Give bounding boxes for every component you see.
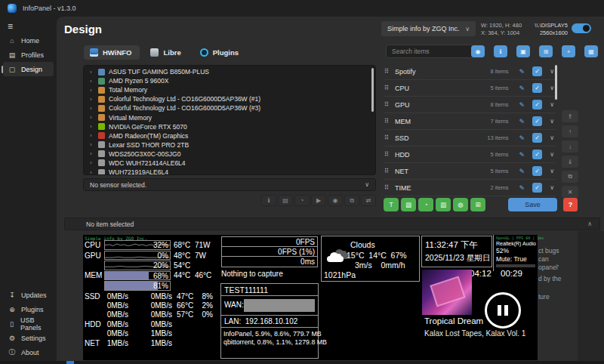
drag-handle-icon[interactable]: ⠿ (384, 134, 395, 141)
add-clock-button[interactable]: ◔ (418, 198, 433, 211)
move-top-button[interactable]: ⇑ (562, 110, 578, 122)
chevron-down-icon[interactable]: ∨ (550, 134, 554, 141)
group-checkbox[interactable]: ✓ (532, 183, 542, 193)
move-up-button[interactable]: ↑ (562, 125, 578, 137)
selection-status-bar[interactable]: No item selected ∧ (64, 217, 600, 230)
sensor-select-dropdown[interactable]: No sensor selected. ∨ (83, 178, 376, 191)
save-button[interactable]: Save (508, 198, 557, 211)
group-checkbox[interactable]: ✓ (532, 83, 542, 93)
chevron-down-icon[interactable]: ∨ (550, 68, 554, 75)
expand-chevron-icon[interactable]: › (90, 96, 94, 103)
group-checkbox[interactable]: ✓ (532, 66, 542, 76)
edit-icon[interactable]: ✎ (519, 134, 525, 142)
expand-chevron-icon[interactable]: › (90, 150, 94, 157)
item-group-row[interactable]: ⠿ MEM 7 items ✎ ✓ ∨ (384, 113, 556, 130)
collapse-chevron-icon[interactable]: ∧ (587, 221, 592, 227)
drag-handle-icon[interactable]: ⠿ (384, 118, 395, 125)
sensor-tree-item[interactable]: › Lexar SSD THOR PRO 2TB (84, 140, 375, 150)
chevron-down-icon[interactable]: ∨ (550, 184, 554, 191)
edit-icon[interactable]: ✎ (519, 168, 525, 175)
sensor-tree-item[interactable]: › AMD Ryzen 5 9600X (84, 76, 375, 85)
add-bar-button[interactable]: ▥ (436, 198, 451, 211)
tab-plugins[interactable]: Plugins (194, 45, 247, 60)
group-checkbox[interactable]: ✓ (532, 133, 542, 143)
swap-button[interactable]: ⇄ (361, 195, 376, 206)
item-group-row[interactable]: ⠿ GPU 8 items ✎ ✓ ∨ (384, 97, 556, 113)
expand-chevron-icon[interactable]: › (90, 132, 94, 139)
sensor-tree-item[interactable]: › AMD Radeon(TM) Graphics (84, 131, 375, 140)
image-button[interactable]: ▣ (516, 45, 530, 57)
add-panel-button[interactable]: ⊞ (539, 45, 553, 57)
delete-button[interactable]: ✕ (562, 186, 578, 198)
item-group-row[interactable]: ⠿ TIME 2 items ✎ ✓ ∨ (384, 180, 556, 196)
clock-button[interactable]: ◔ (294, 195, 310, 206)
duplicate-button[interactable]: ⧉ (562, 171, 578, 183)
move-bottom-button[interactable]: ⇓ (562, 156, 578, 168)
expand-chevron-icon[interactable]: › (90, 159, 94, 166)
sensor-tree-item[interactable]: › ASUS TUF GAMING B850M-PLUS (84, 67, 375, 76)
item-group-row[interactable]: ⠿ Spotify 8 items ✎ ✓ ∨ (384, 63, 556, 80)
tree-scrollbar[interactable] (371, 68, 374, 112)
play-button[interactable]: ▶ (311, 195, 326, 206)
tab-libre[interactable]: Libre (144, 45, 189, 60)
add-gauge-button[interactable]: ◍ (453, 198, 468, 211)
edit-icon[interactable]: ✎ (519, 101, 525, 109)
edit-icon[interactable]: ✎ (519, 184, 525, 192)
expand-chevron-icon[interactable]: › (90, 123, 94, 130)
group-checkbox[interactable]: ✓ (532, 166, 542, 176)
group-checkbox[interactable]: ✓ (532, 100, 542, 110)
sidebar-item-about[interactable]: ⓘ About (3, 345, 54, 359)
sensor-tree-item[interactable]: › Virtual Memory (84, 113, 375, 122)
drag-handle-icon[interactable]: ⠿ (384, 151, 395, 158)
sensor-tree-item[interactable]: › WUH721919ALE6L4 (84, 168, 375, 175)
group-list-scrollbar[interactable] (555, 65, 557, 100)
move-down-button[interactable]: ↓ (562, 140, 578, 153)
info-button[interactable]: ℹ (261, 195, 276, 206)
sidebar-item-plugins[interactable]: ⊕ Plugins (3, 302, 54, 316)
expand-chevron-icon[interactable]: › (90, 169, 94, 175)
drag-handle-icon[interactable]: ⠿ (384, 101, 395, 108)
sensor-tree-item[interactable]: › WDC WUH721414ALE6L4 (84, 159, 375, 168)
display-toggle[interactable] (572, 23, 591, 33)
edit-icon[interactable]: ✎ (519, 85, 525, 92)
expand-chevron-icon[interactable]: › (90, 114, 94, 121)
expand-chevron-icon[interactable]: › (90, 105, 94, 112)
expand-chevron-icon[interactable]: › (90, 141, 94, 148)
sensor-tree-item[interactable]: › Total Memory (84, 85, 375, 94)
sensor-tree-item[interactable]: › Colorful Technology Ltd - CO16G6000D5A… (84, 94, 375, 103)
item-group-row[interactable]: ⠿ CPU 5 items ✎ ✓ ∨ (384, 80, 556, 97)
expand-chevron-icon[interactable]: › (90, 69, 94, 76)
menu-toggle-button[interactable]: ≡ (8, 21, 13, 32)
add-text-button[interactable]: T (384, 198, 399, 211)
sidebar-item-usb-panels[interactable]: ▯ USB Panels (3, 316, 54, 331)
info-button[interactable]: ℹ (494, 45, 507, 57)
tab-hwinfo[interactable]: HWiNFO (84, 45, 140, 60)
chart-button[interactable]: ▤ (278, 195, 293, 206)
group-checkbox[interactable]: ✓ (532, 150, 542, 159)
search-input[interactable] (386, 45, 473, 58)
sensor-tree-item[interactable]: › NVIDIA GeForce RTX 5070 (84, 122, 375, 131)
expand-chevron-icon[interactable]: › (90, 78, 94, 85)
edit-icon[interactable]: ✎ (519, 118, 525, 125)
sidebar-item-updates[interactable]: ↧ Updates (3, 288, 54, 302)
chevron-down-icon[interactable]: ∨ (550, 168, 554, 174)
sensor-tree-item[interactable]: › Colorful Technology Ltd - CO16G6000D5A… (84, 103, 375, 113)
target-button[interactable]: ◉ (328, 195, 343, 206)
expand-chevron-icon[interactable]: › (90, 87, 94, 94)
add-image-button[interactable]: ▨ (401, 198, 416, 211)
move-button[interactable]: + (562, 45, 575, 57)
sidebar-item-home[interactable]: ⌂ Home (3, 33, 54, 48)
display-button[interactable]: ◉ (471, 45, 485, 57)
profile-select-dropdown[interactable]: Simple info by ZGQ Inc. ∨ (381, 21, 476, 36)
edit-icon[interactable]: ✎ (519, 68, 525, 76)
help-button[interactable]: ? (563, 198, 578, 211)
sidebar-item-profiles[interactable]: ▤ Profiles (3, 48, 54, 62)
copy-button[interactable]: ⧉ (344, 195, 359, 206)
chevron-down-icon[interactable]: ∨ (550, 118, 554, 125)
drag-handle-icon[interactable]: ⠿ (384, 168, 395, 174)
sidebar-item-settings[interactable]: ⚙ Settings (3, 331, 54, 345)
group-checkbox[interactable]: ✓ (532, 116, 542, 126)
grid-button[interactable]: ▦ (584, 45, 598, 57)
chevron-down-icon[interactable]: ∨ (550, 85, 554, 91)
drag-handle-icon[interactable]: ⠿ (384, 68, 395, 75)
